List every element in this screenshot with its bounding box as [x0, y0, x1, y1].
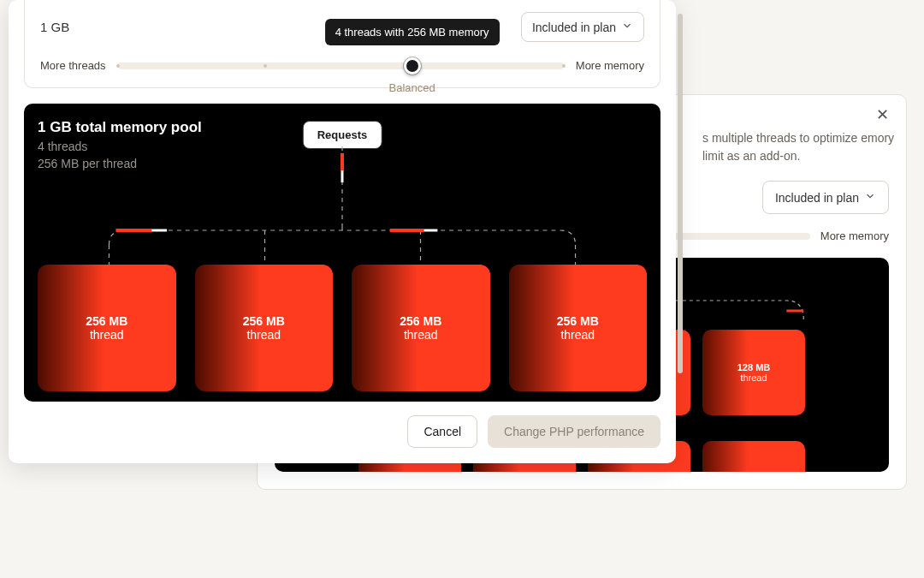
bg-thread-box: [702, 441, 805, 472]
cancel-button[interactable]: Cancel: [407, 415, 477, 448]
php-performance-modal: 1 GB Included in plan More threads: [9, 0, 676, 463]
slider-left-label: More threads: [40, 59, 106, 72]
slider-tooltip: 4 threads with 256 MB memory: [325, 19, 500, 45]
thread-memory-slider[interactable]: 4 threads with 256 MB memory Balanced: [118, 63, 564, 69]
thread-box: 256 MBthread: [509, 265, 648, 391]
thread-visualization: 1 GB total memory pool 4 threads 256 MB …: [24, 104, 660, 402]
viz-per-thread: 256 MB per thread: [38, 157, 647, 170]
thread-box: 256 MBthread: [195, 265, 334, 391]
modal-scrollbar[interactable]: [678, 14, 683, 373]
slider-balanced-label: Balanced: [388, 81, 435, 94]
change-php-performance-button[interactable]: Change PHP performance: [488, 415, 660, 448]
close-icon[interactable]: ✕: [876, 105, 889, 124]
bg-thread-box: 128 MBthread: [702, 330, 805, 415]
slider-thumb[interactable]: [404, 57, 421, 74]
background-description: s multiple threads to optimize emory lim…: [702, 129, 916, 165]
plan-select-label: Included in plan: [775, 191, 859, 205]
thread-box: 256 MBthread: [38, 265, 176, 391]
chevron-down-icon: [621, 20, 633, 34]
memory-value: 1 GB: [40, 20, 69, 34]
bg-slider-right-label: More memory: [820, 229, 889, 242]
thread-memory-slider-row: More threads 4 threads with 256 MB memor…: [40, 59, 644, 72]
requests-pill: Requests: [303, 121, 382, 149]
plan-select-label: Included in plan: [532, 21, 616, 34]
slider-right-label: More memory: [576, 59, 644, 72]
chevron-down-icon: [864, 190, 876, 205]
plan-select[interactable]: Included in plan: [762, 181, 889, 214]
thread-box: 256 MBthread: [352, 265, 490, 391]
plan-select[interactable]: Included in plan: [521, 12, 644, 42]
memory-config-box: 1 GB Included in plan More threads: [24, 0, 660, 88]
modal-footer: Cancel Change PHP performance: [9, 402, 676, 463]
